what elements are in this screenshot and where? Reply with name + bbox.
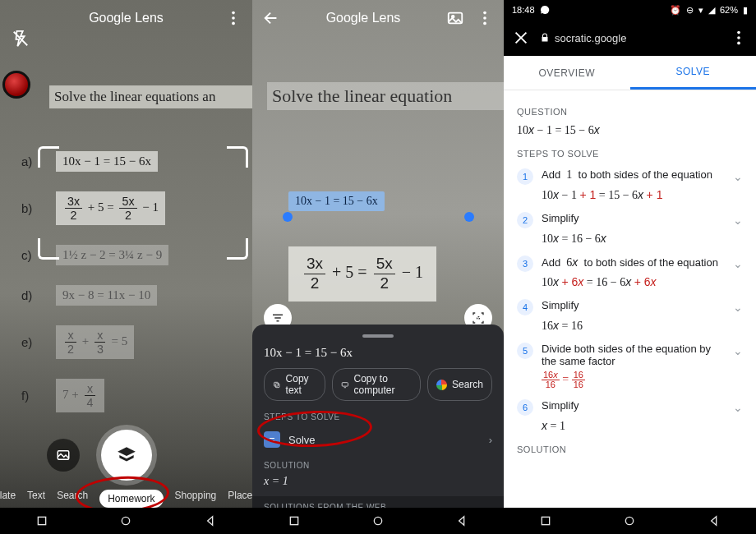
topbar: Google Lens <box>0 0 252 36</box>
android-navbar <box>504 508 756 534</box>
solution-label: SOLUTION <box>517 444 743 454</box>
dnd-icon: ⊖ <box>686 5 694 16</box>
app-title: Google Lens <box>326 11 401 25</box>
close-icon[interactable] <box>512 29 530 47</box>
sheet-equation: 10x − 1 = 15 − 6x <box>264 346 492 360</box>
url-display[interactable]: socratic.google <box>540 32 626 44</box>
crop-corner-icon[interactable] <box>38 238 59 260</box>
problem-f: f) 7 + x4 <box>21 379 237 412</box>
svg-rect-27 <box>542 517 549 524</box>
copy-computer-chip[interactable]: Copy to computer <box>332 368 421 401</box>
nav-recents-icon[interactable] <box>539 514 552 527</box>
chevron-right-icon: › <box>489 434 492 446</box>
crop-corner-icon[interactable] <box>227 238 248 260</box>
red-badge-icon <box>2 71 30 99</box>
drag-handle-icon[interactable] <box>362 334 394 338</box>
step-2[interactable]: 2Simplify⌄ <box>517 212 743 228</box>
svg-point-9 <box>483 12 486 15</box>
nav-recents-icon[interactable] <box>288 514 301 527</box>
more-icon[interactable] <box>730 29 748 47</box>
image-icon[interactable] <box>446 9 464 27</box>
whatsapp-icon <box>540 5 550 15</box>
problem-f-eq: 7 + x4 <box>56 379 104 412</box>
step-5-eq: 16x16 = 1616 <box>542 371 743 389</box>
tab-bar: OVERVIEW SOLVE <box>504 56 756 90</box>
topbar: Google Lens <box>252 0 504 36</box>
wifi-icon: ▾ <box>698 5 703 16</box>
nav-back-icon[interactable] <box>204 514 217 527</box>
tab-overview[interactable]: OVERVIEW <box>504 56 630 90</box>
question-label: QUESTION <box>517 107 743 117</box>
step-3-eq: 10x + 6x = 16 − 6x + 6x <box>542 275 743 289</box>
step-4-eq: 16x = 16 <box>542 319 743 333</box>
chevron-down-icon: ⌄ <box>733 168 743 183</box>
nav-back-icon[interactable] <box>708 514 721 527</box>
battery-icon: ▮ <box>743 5 748 16</box>
crop-corner-icon[interactable] <box>38 146 59 168</box>
crop-corner-icon[interactable] <box>227 146 248 168</box>
gallery-button[interactable] <box>47 439 80 472</box>
step-3[interactable]: 3Add 6x to both sides of the equation⌄ <box>517 255 743 272</box>
svg-rect-17 <box>274 382 279 386</box>
step-2-eq: 10x = 16 − 6x <box>542 232 743 246</box>
svg-point-26 <box>737 42 740 45</box>
chevron-down-icon: ⌄ <box>733 255 743 270</box>
svg-point-10 <box>483 16 486 20</box>
svg-point-6 <box>122 517 130 524</box>
mode-text[interactable]: Text <box>27 490 45 508</box>
nav-home-icon[interactable] <box>623 514 636 527</box>
step-4[interactable]: 4Simplify⌄ <box>517 299 743 315</box>
battery-text: 62% <box>720 5 738 15</box>
question-equation: 10x − 1 = 15 − 6x <box>517 123 743 137</box>
more-icon[interactable] <box>476 9 494 27</box>
svg-point-15 <box>477 317 480 320</box>
problem-b: b) 3x2 + 5 = 5x2 − 1 <box>21 191 237 225</box>
chevron-down-icon: ⌄ <box>733 212 743 227</box>
mode-places[interactable]: Places <box>228 490 252 508</box>
search-chip[interactable]: Search <box>427 368 492 401</box>
svg-point-1 <box>232 12 235 15</box>
mode-shopping[interactable]: Shopping <box>175 490 217 508</box>
mode-translate[interactable]: slate <box>0 490 16 508</box>
alarm-icon: ⏰ <box>670 5 681 16</box>
step-6[interactable]: 6Simplify⌄ <box>517 399 743 416</box>
selected-equation[interactable]: 10x − 1 = 15 − 6x <box>288 191 385 211</box>
signal-icon: ◢ <box>708 5 715 16</box>
back-icon[interactable] <box>262 9 280 27</box>
android-navbar <box>0 508 252 534</box>
nav-back-icon[interactable] <box>455 514 468 527</box>
equation-box: 3x2 + 5 = 5x2 − 1 <box>288 246 436 302</box>
selection-handle-icon[interactable] <box>464 212 474 222</box>
lock-icon <box>540 33 550 43</box>
svg-point-25 <box>737 36 740 39</box>
svg-point-2 <box>232 16 235 20</box>
svg-point-24 <box>737 31 740 35</box>
step-5[interactable]: 5Divide both sides of the equation by th… <box>517 343 743 367</box>
nav-home-icon[interactable] <box>371 514 385 527</box>
problem-e: e) x2 + x3 = 5 <box>21 325 237 359</box>
steps-label: STEPS TO SOLVE <box>517 149 743 159</box>
step-1-eq: 10x − 1 + 1 = 15 − 6x + 1 <box>542 188 743 202</box>
step-1[interactable]: 1Add 1 to both sides of the equation⌄ <box>517 168 743 185</box>
action-chips: Copy text Copy to computer Search <box>264 368 492 401</box>
problem-b-eq: 3x2 + 5 = 5x2 − 1 <box>56 191 165 225</box>
svg-point-11 <box>483 22 486 25</box>
panel-lens-capture: Google Lens Solve the linear equations a… <box>0 0 252 534</box>
selection-handle-icon[interactable] <box>283 212 293 222</box>
svg-point-3 <box>232 22 235 25</box>
google-icon <box>436 380 447 390</box>
more-icon[interactable] <box>224 9 242 27</box>
panel-socratic: 18:48 ⏰ ⊖ ▾ ◢ 62% ▮ socratic.google OVER… <box>504 0 756 534</box>
page-headline: Solve the linear equations an <box>49 85 252 108</box>
nav-home-icon[interactable] <box>119 514 132 527</box>
copy-text-chip[interactable]: Copy text <box>264 368 325 401</box>
nav-recents-icon[interactable] <box>35 514 48 527</box>
bottom-sheet[interactable]: 10x − 1 = 15 − 6x Copy text Copy to comp… <box>252 325 504 508</box>
solve-content[interactable]: QUESTION 10x − 1 = 15 − 6x STEPS TO SOLV… <box>504 90 756 508</box>
problem-list: a)10x − 1 = 15 − 6x b) 3x2 + 5 = 5x2 − 1… <box>21 151 237 432</box>
shutter-button[interactable] <box>101 430 152 481</box>
web-solutions-label: SOLUTIONS FROM THE WEB <box>252 496 504 508</box>
tab-solve[interactable]: SOLVE <box>630 56 757 90</box>
problem-e-eq: x2 + x3 = 5 <box>56 325 134 359</box>
app-title: Google Lens <box>89 11 164 25</box>
